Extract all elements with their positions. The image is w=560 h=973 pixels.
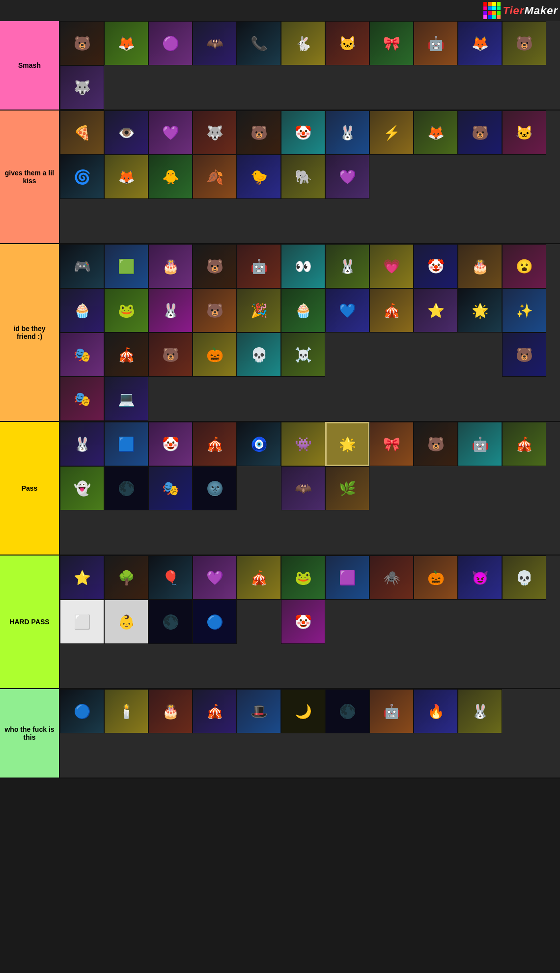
list-item: 🌳 [104,556,148,600]
list-item: 🟦 [104,422,148,466]
empty-cell [237,600,281,644]
list-item: 🦊 [104,155,148,199]
list-item: 🎪 [502,422,546,466]
list-item: 🤡 [414,244,458,288]
tier-label-hardpass: HARD PASS [0,556,59,688]
list-item: 🦊 [414,111,458,155]
list-item: 💜 [193,556,237,600]
list-item: ☠️ [281,333,325,377]
list-item: 🧁 [60,288,104,333]
list-item: 🤖 [414,21,458,65]
empty-cell [369,333,414,377]
list-item: 🐤 [237,155,281,199]
list-item: 🐻 [193,288,237,333]
list-item: 🔥 [414,689,458,733]
tier-content-pass: 🐰 🟦 🤡 🎪 🧿 👾 🌟 🎀 🐻 🤖 🎪 👻 🌑 🎭 🌚 🦇 🌿 [59,422,560,555]
empty-cell [60,733,104,778]
empty-cell [414,466,458,510]
empty-cell [369,600,414,644]
list-item: ⚡ [369,111,414,155]
empty-cell [104,510,148,555]
empty-cell [502,689,546,733]
list-item: 🎀 [369,21,414,65]
list-item: 👶 [104,600,148,644]
list-item: 🍂 [193,155,237,199]
tier-label-pass: Pass [0,422,59,555]
empty-cell [104,733,148,778]
list-item: 💙 [325,288,369,333]
list-item: 🐰 [325,111,369,155]
empty-cell [414,155,458,199]
empty-cell [414,333,458,377]
list-item: 🐻 [60,21,104,65]
list-item: 💗 [369,244,414,288]
list-item: 🤡 [148,422,193,466]
list-item: 🎩 [237,689,281,733]
list-item: 🎪 [237,556,281,600]
list-item: 🐺 [193,111,237,155]
list-item: 💀 [237,333,281,377]
empty-cell [458,466,502,510]
list-item: 💜 [325,155,369,199]
list-item: 🎮 [60,244,104,288]
header: TierMaker [0,0,560,21]
empty-cell [60,510,104,555]
list-item: 🎃 [414,556,458,600]
list-item: 🟩 [104,244,148,288]
list-item: 🎪 [104,333,148,377]
list-item: 🎂 [148,244,193,288]
list-item: 🌚 [193,466,237,510]
logo-grid [483,2,501,19]
empty-cell [237,466,281,510]
list-item: 🐥 [148,155,193,199]
tier-row-pass: Pass 🐰 🟦 🤡 🎪 🧿 👾 🌟 🎀 🐻 🤖 🎪 👻 🌑 🎭 🌚 🦇 🌿 [0,422,560,556]
list-item: 🎪 [369,288,414,333]
list-item: 🌑 [104,466,148,510]
list-item: 🌙 [281,689,325,733]
empty-cell [237,733,281,778]
list-item: 🐰 [325,244,369,288]
list-item: 🎂 [458,244,502,288]
list-item: 🎪 [193,422,237,466]
list-item: 💀 [502,556,546,600]
list-item: 🤡 [281,111,325,155]
empty-cell [193,377,237,421]
tier-row-hardpass: HARD PASS ⭐ 🌳 🎈 💜 🎪 🐸 🟪 🕷️ 🎃 😈 💀 ⬜ 👶 🌑 🔵… [0,556,560,689]
tier-label-smash: Smash [0,21,59,110]
tier-content-kiss: 🍕 👁️ 💜 🐺 🐻 🤡 🐰 ⚡ 🦊 🐻 🐱 🌀 🦊 🐥 🍂 🐤 🐘 💜 [59,111,560,243]
tier-row-kiss: gives them a lil kiss 🍕 👁️ 💜 🐺 🐻 🤡 🐰 ⚡ 🦊… [0,111,560,244]
empty-cell [148,733,193,778]
list-item: 💻 [104,377,148,421]
tier-label-wtf: who the fuck is this [0,689,59,778]
list-item: 🦇 [281,466,325,510]
list-item: 🐻 [148,333,193,377]
list-item: 🌟 [458,288,502,333]
list-item: 🐸 [104,288,148,333]
list-item: 🐰 [458,689,502,733]
tier-content-smash: 🐻 🦊 🟣 🦇 📞 🐇 🐱 🎀 🤖 🦊 🐻 🐺 [59,21,560,110]
list-item: ⬜ [60,600,104,644]
empty-cell [60,644,104,688]
empty-cell [60,199,104,243]
list-item: 🧁 [281,288,325,333]
list-item: 🤖 [237,244,281,288]
list-item: 🌿 [325,466,369,510]
empty-cell [369,466,414,510]
list-item: 🐸 [281,556,325,600]
tier-row-friend: id be they friend :) 🎮 🟩 🎂 🐻 🤖 👀 🐰 💗 🤡 🎂… [0,244,560,422]
list-item: 🌑 [325,689,369,733]
list-item: 🧿 [237,422,281,466]
empty-cell [148,65,193,110]
empty-cell [458,600,502,644]
empty-cell [104,644,148,688]
list-item: 🟣 [148,21,193,65]
empty-cell [502,600,546,644]
list-item: 🔵 [60,689,104,733]
empty-cell [104,65,148,110]
list-item: ✨ [502,288,546,333]
list-item: 🦇 [193,21,237,65]
empty-cell [193,733,237,778]
list-item: 🎭 [60,377,104,421]
empty-cell [369,155,414,199]
list-item: 🐻 [237,111,281,155]
